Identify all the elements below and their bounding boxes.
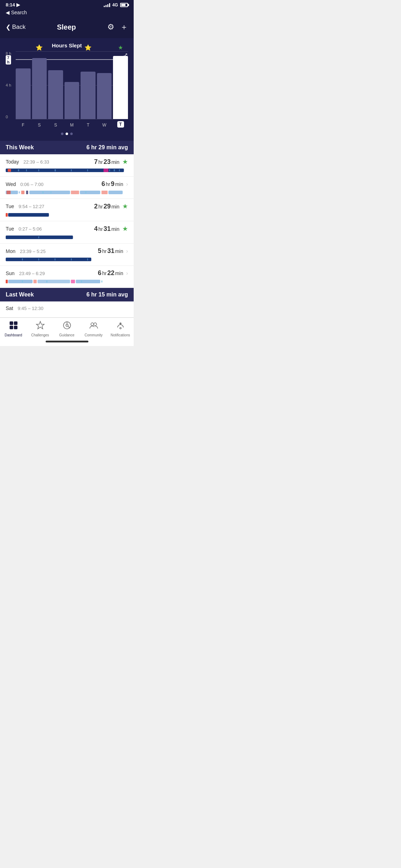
search-label: Search — [11, 10, 27, 15]
duration-today: 7 hr 23 min — [94, 158, 119, 166]
svg-rect-30 — [22, 258, 23, 260]
settings-button[interactable]: ⚙ — [107, 22, 114, 32]
star-icon-s1: ⭐ — [36, 44, 43, 51]
sleep-item-tue1[interactable]: Tue 9:54 – 12:27 2 hr 29 min ★ — [0, 199, 134, 221]
sleep-list: Today 22:39 – 6:33 7 hr 23 min ★ — [0, 154, 134, 288]
star-icon-t2: ★ — [118, 44, 123, 51]
dot-2[interactable] — [70, 133, 73, 135]
svg-rect-3 — [26, 169, 27, 171]
dashboard-icon — [9, 321, 18, 332]
nav-header: ❮ Back Sleep ⚙ ＋ — [0, 17, 134, 38]
star-today: ★ — [122, 158, 128, 166]
location-icon: ▶ — [16, 2, 20, 7]
sleep-item-today[interactable]: Today 22:39 – 6:33 7 hr 23 min ★ — [0, 154, 134, 177]
svg-rect-20 — [71, 191, 79, 194]
last-week-label: Last Week — [6, 291, 34, 298]
nav-community[interactable]: Community — [80, 321, 107, 337]
day-tue1: Tue — [6, 203, 14, 209]
svg-rect-34 — [87, 258, 88, 260]
nav-guidance-label: Guidance — [59, 333, 74, 337]
this-week-header: This Week 6 hr 29 min avg — [0, 141, 134, 154]
nav-dashboard[interactable]: Dashboard — [0, 321, 27, 337]
search-bar[interactable]: ◀ Search — [0, 9, 134, 17]
home-indicator — [0, 339, 134, 346]
duration-tue1: 2 hr 29 min — [94, 203, 119, 210]
chart-container: ⤢ 8 h 4 h 0 7 h F ⭐ — [6, 51, 128, 130]
svg-rect-25 — [6, 213, 8, 217]
svg-rect-1 — [8, 169, 11, 172]
time-range-wed: 0:06 – 7:00 — [20, 182, 43, 187]
svg-line-53 — [68, 326, 70, 328]
back-arrow-search: ◀ — [6, 10, 10, 15]
target-label: 7 h — [6, 55, 11, 64]
time-range-tue1: 9:54 – 12:27 — [19, 204, 44, 209]
svg-rect-35 — [6, 280, 8, 283]
bar-F[interactable]: F — [16, 51, 31, 119]
bar-S2[interactable]: S — [48, 51, 63, 119]
svg-rect-43 — [81, 280, 82, 283]
back-label: Back — [12, 24, 26, 31]
nav-challenges[interactable]: Challenges — [27, 321, 53, 337]
bar-M[interactable]: M — [65, 51, 79, 119]
svg-rect-44 — [102, 280, 102, 283]
time-range-mon: 23:39 – 5:25 — [20, 249, 46, 254]
day-tue2: Tue — [6, 226, 14, 232]
svg-marker-49 — [36, 321, 44, 329]
bar-W[interactable]: W — [97, 51, 112, 119]
community-icon — [89, 321, 98, 332]
duration-mon: 5 hr 31 min — [98, 247, 123, 255]
svg-rect-36 — [8, 280, 33, 283]
nav-notifications[interactable]: Notifications — [107, 321, 134, 337]
svg-rect-11 — [119, 169, 120, 171]
sleep-item-sun[interactable]: Sun 23:49 – 6:29 6 hr 22 min › — [0, 266, 134, 288]
star-tue1: ★ — [122, 202, 128, 210]
this-week-avg: 6 hr 29 min avg — [87, 144, 128, 151]
sleep-item-tue2[interactable]: Tue 0:27 – 5:06 4 hr 31 min ★ — [0, 221, 134, 244]
bar-S1[interactable]: ⭐ S — [32, 51, 47, 119]
y-label-0: 0 — [6, 115, 11, 119]
bottom-nav: Dashboard Challenges Guidance — [0, 317, 134, 339]
svg-rect-2 — [18, 169, 19, 171]
sleep-item-mon[interactable]: Mon 23:39 – 5:25 5 hr 31 min › — [0, 244, 134, 266]
bar-T2-selected[interactable]: ★ T — [113, 51, 128, 119]
svg-point-54 — [91, 323, 94, 326]
chart-title: Hours Slept — [6, 42, 128, 48]
sleep-item-sat[interactable]: Sat 9:45 – 12:30 — [0, 301, 134, 317]
time-range-sun: 23:49 – 6:29 — [19, 271, 45, 276]
sleep-item-wed[interactable]: Wed 0:06 – 7:00 6 hr 9 min › — [0, 177, 134, 199]
svg-rect-45 — [10, 321, 13, 325]
svg-rect-38 — [34, 280, 37, 283]
svg-rect-47 — [10, 326, 13, 329]
svg-rect-18 — [42, 191, 43, 193]
svg-rect-19 — [51, 191, 51, 193]
day-wed: Wed — [6, 181, 16, 187]
svg-rect-31 — [38, 258, 39, 260]
back-chevron-icon: ❮ — [6, 24, 11, 31]
nav-notifications-label: Notifications — [110, 333, 130, 337]
sleep-bar-tue2 — [6, 235, 128, 240]
bar-T1[interactable]: ⭐ T — [81, 51, 96, 119]
page-title: Sleep — [57, 23, 76, 31]
status-bar: 8:14 ▶ 4G — [0, 0, 134, 9]
dot-0[interactable] — [61, 133, 63, 135]
svg-rect-15 — [21, 191, 24, 194]
dot-1[interactable] — [66, 133, 68, 135]
last-week-list: Sat 9:45 – 12:30 — [0, 301, 134, 317]
svg-rect-4 — [38, 169, 39, 171]
back-button[interactable]: ❮ Back — [6, 24, 26, 31]
add-button[interactable]: ＋ — [120, 22, 128, 32]
time-range-today: 22:39 – 6:33 — [24, 159, 49, 165]
svg-rect-42 — [76, 280, 101, 283]
svg-rect-9 — [109, 169, 110, 171]
star-tue2: ★ — [122, 225, 128, 233]
svg-rect-37 — [22, 280, 23, 283]
svg-rect-10 — [114, 169, 115, 171]
chevron-mon: › — [126, 248, 128, 254]
duration-sun: 6 hr 22 min — [98, 269, 123, 277]
svg-rect-17 — [29, 191, 70, 194]
svg-rect-23 — [102, 191, 108, 194]
svg-rect-14 — [19, 191, 20, 193]
sleep-bar-tue1 — [6, 212, 128, 217]
nav-guidance[interactable]: Guidance — [53, 321, 80, 337]
this-week-label: This Week — [6, 144, 34, 151]
